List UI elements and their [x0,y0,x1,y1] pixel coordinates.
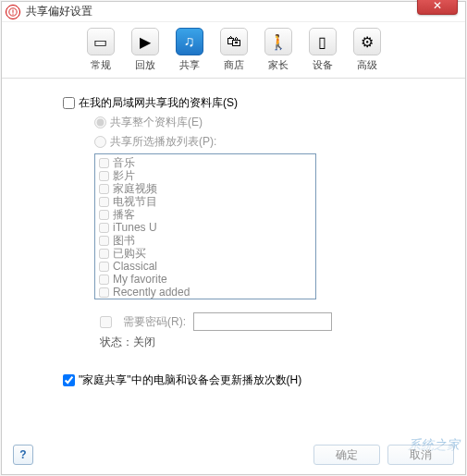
preferences-window: ✕ 共享偏好设置 ▭常规▶回放♫共享🛍商店🚶家长▯设备⚙高级 在我的局域网共享我… [1,1,466,475]
tab-label: 共享 [179,58,200,72]
playback-icon: ▶ [131,28,159,55]
playlist-checkbox[interactable] [99,197,109,207]
home-sharing-label: "家庭共享"中的电脑和设备会更新播放次数(H) [79,372,301,388]
tab-label: 常规 [91,58,111,72]
window-title: 共享偏好设置 [26,4,92,19]
cancel-button[interactable]: 取消 [387,445,454,465]
share-lan-label: 在我的局域网共享我的资料库(S) [79,95,238,111]
store-icon: 🛍 [220,28,248,55]
status-label: 状态： [100,336,133,348]
toolbar: ▭常规▶回放♫共享🛍商店🚶家长▯设备⚙高级 [2,22,465,79]
share-lan-checkbox[interactable] [63,97,75,109]
playlist-label: Classical [113,260,157,273]
devices-icon: ▯ [309,28,337,55]
share-entire-label: 共享整个资料库(E) [110,115,203,130]
playlist-listbox[interactable]: 音乐影片家庭视频电视节目播客iTunes U图书已购买ClassicalMy f… [94,153,316,299]
share-selected-radio[interactable] [94,136,106,148]
tab-devices[interactable]: ▯设备 [305,28,340,72]
playlist-checkbox[interactable] [99,275,109,285]
list-item[interactable]: 已购买 [99,247,312,260]
require-password-label: 需要密码(R): [123,314,186,330]
close-button[interactable]: ✕ [417,0,458,15]
playlist-checkbox[interactable] [99,287,109,298]
status-value: 关闭 [133,336,155,348]
share-entire-row[interactable]: 共享整个资料库(E) [94,115,437,130]
tab-label: 回放 [135,58,155,72]
playlist-checkbox[interactable] [99,158,109,168]
playlist-checkbox[interactable] [99,249,109,259]
tab-sharing[interactable]: ♫共享 [172,28,207,72]
advanced-icon: ⚙ [353,28,381,55]
playlist-checkbox[interactable] [99,171,109,181]
playlist-checkbox[interactable] [99,236,109,246]
playlist-checkbox[interactable] [99,184,109,194]
tab-playback[interactable]: ▶回放 [128,28,163,72]
tab-general[interactable]: ▭常规 [83,28,118,72]
tab-parental[interactable]: 🚶家长 [261,28,296,72]
footer: ? 确定 取消 [13,445,454,465]
share-lan-row[interactable]: 在我的局域网共享我的资料库(S) [63,95,437,111]
playlist-label: Recently added [113,286,190,299]
list-item[interactable]: Classical [99,260,312,273]
status-row: 状态：关闭 [100,335,437,350]
share-entire-radio[interactable] [94,116,106,128]
list-item[interactable]: 播客 [99,208,312,221]
tab-label: 高级 [357,58,377,72]
list-item[interactable]: My favorite [99,273,312,286]
playlist-checkbox[interactable] [99,210,109,220]
tab-advanced[interactable]: ⚙高级 [350,28,385,72]
general-icon: ▭ [87,28,115,55]
sharing-icon: ♫ [176,28,203,55]
home-sharing-checkbox[interactable] [63,374,75,386]
titlebar: 共享偏好设置 [2,2,465,22]
content-pane: 在我的局域网共享我的资料库(S) 共享整个资料库(E) 共享所选播放列表(P):… [2,79,465,388]
password-input[interactable] [193,312,332,331]
playlist-checkbox[interactable] [99,223,109,233]
require-password-checkbox[interactable] [100,316,112,328]
ok-button[interactable]: 确定 [313,445,380,465]
help-button[interactable]: ? [13,445,33,465]
password-row: 需要密码(R): [100,312,437,331]
tab-store[interactable]: 🛍商店 [216,28,252,72]
tab-label: 商店 [224,58,244,72]
share-selected-row[interactable]: 共享所选播放列表(P): [94,134,437,150]
list-item[interactable]: Recently added [99,286,312,299]
tab-label: 设备 [313,58,333,72]
playlist-checkbox[interactable] [99,262,109,272]
svg-point-1 [12,13,13,14]
home-sharing-row[interactable]: "家庭共享"中的电脑和设备会更新播放次数(H) [63,372,437,388]
parental-icon: 🚶 [264,28,292,55]
playlist-label: My favorite [113,273,167,286]
tab-label: 家长 [268,58,289,72]
share-selected-label: 共享所选播放列表(P): [110,134,216,150]
playlist-label: 播客 [113,207,135,223]
app-icon [6,5,20,19]
playlist-label: 已购买 [113,246,146,262]
